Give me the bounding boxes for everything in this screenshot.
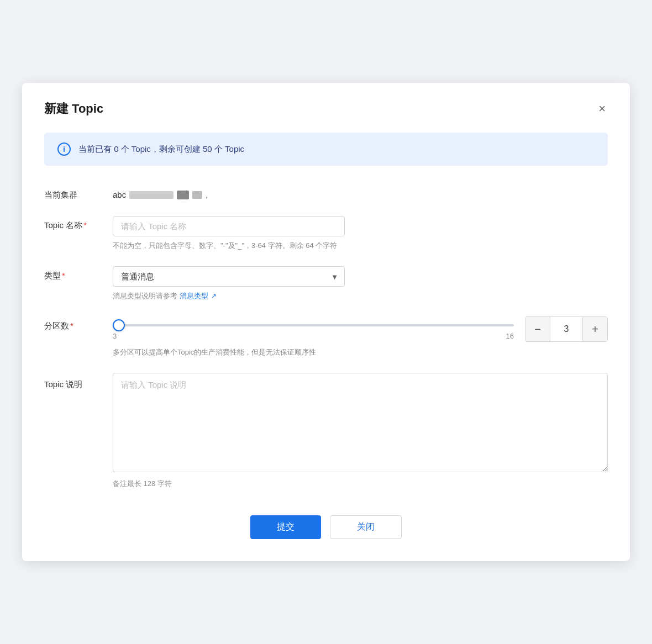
slider-min: 3 <box>113 332 117 340</box>
close-button[interactable]: 关闭 <box>330 515 402 539</box>
type-hint-link[interactable]: 消息类型 <box>180 292 208 300</box>
partition-content: 3 16 − + 多分区可以提高单个Topic的生产消费性能，但是无法保证顺序性 <box>113 316 608 357</box>
info-icon: i <box>57 142 71 156</box>
dialog-footer: 提交 关闭 <box>44 515 608 539</box>
topic-name-label: Topic 名称* <box>44 216 99 231</box>
type-hint: 消息类型说明请参考 消息类型 ↗ <box>113 291 608 301</box>
slider-track-wrapper: 3 16 <box>113 319 514 340</box>
cluster-prefix: abc <box>113 190 126 199</box>
description-label: Topic 说明 <box>44 373 99 390</box>
form: 当前集群 abc , Topic 名称* 不能为空，只能包含字母、数字、"-"及… <box>44 186 608 489</box>
description-content: 备注最长 128 字符 <box>113 373 608 489</box>
submit-button[interactable]: 提交 <box>250 515 321 539</box>
topic-name-content: 不能为空，只能包含字母、数字、"-"及"_"，3-64 字符。剩余 64 个字符 <box>113 216 608 251</box>
description-hint: 备注最长 128 字符 <box>113 479 608 489</box>
partition-slider[interactable] <box>113 324 514 326</box>
partition-hint: 多分区可以提高单个Topic的生产消费性能，但是无法保证顺序性 <box>113 347 608 357</box>
info-banner: i 当前已有 0 个 Topic，剩余可创建 50 个 Topic <box>44 133 608 166</box>
partition-decrement-button[interactable]: − <box>525 317 550 341</box>
cluster-dot-1 <box>192 191 202 199</box>
type-hint-prefix: 消息类型说明请参考 <box>113 292 180 300</box>
type-row: 类型* 普通消息 定时消息 延迟消息 顺序消息 事务消息 ▼ 消息类型说明请参考… <box>44 266 608 301</box>
external-link-icon: ↗ <box>209 292 217 300</box>
dialog-title: 新建 Topic <box>44 101 103 117</box>
partition-stepper: − + <box>525 316 608 342</box>
slider-labels: 3 16 <box>113 332 514 340</box>
type-content: 普通消息 定时消息 延迟消息 顺序消息 事务消息 ▼ 消息类型说明请参考 消息类… <box>113 266 608 301</box>
topic-name-hint: 不能为空，只能包含字母、数字、"-"及"_"，3-64 字符。剩余 64 个字符 <box>113 241 608 251</box>
type-select-wrapper: 普通消息 定时消息 延迟消息 顺序消息 事务消息 ▼ <box>113 266 345 287</box>
type-label: 类型* <box>44 266 99 281</box>
topic-name-required: * <box>83 220 87 230</box>
partition-value-input[interactable] <box>550 317 583 341</box>
topic-name-row: Topic 名称* 不能为空，只能包含字母、数字、"-"及"_"，3-64 字符… <box>44 216 608 251</box>
description-row: Topic 说明 备注最长 128 字符 <box>44 373 608 489</box>
cluster-blurred-1 <box>129 191 173 199</box>
type-required: * <box>62 271 65 280</box>
dialog-header: 新建 Topic × <box>44 101 608 117</box>
cluster-row: 当前集群 abc , <box>44 186 608 200</box>
partition-required: * <box>70 321 73 330</box>
banner-text: 当前已有 0 个 Topic，剩余可创建 50 个 Topic <box>78 144 244 155</box>
type-select[interactable]: 普通消息 定时消息 延迟消息 顺序消息 事务消息 <box>113 266 345 287</box>
partition-increment-button[interactable]: + <box>583 317 607 341</box>
partition-row: 分区数* 3 16 − + <box>44 316 608 357</box>
cluster-icon-1 <box>177 191 189 199</box>
create-topic-dialog: 新建 Topic × i 当前已有 0 个 Topic，剩余可创建 50 个 T… <box>22 83 630 561</box>
cluster-label: 当前集群 <box>44 186 99 200</box>
cluster-value: abc , <box>113 186 608 199</box>
slider-max: 16 <box>506 332 514 340</box>
cluster-suffix: , <box>206 190 208 199</box>
topic-name-input[interactable] <box>113 216 345 236</box>
description-textarea[interactable] <box>113 373 608 472</box>
partition-slider-container: 3 16 − + <box>113 316 608 342</box>
partition-label: 分区数* <box>44 316 99 331</box>
close-icon[interactable]: × <box>596 101 608 117</box>
